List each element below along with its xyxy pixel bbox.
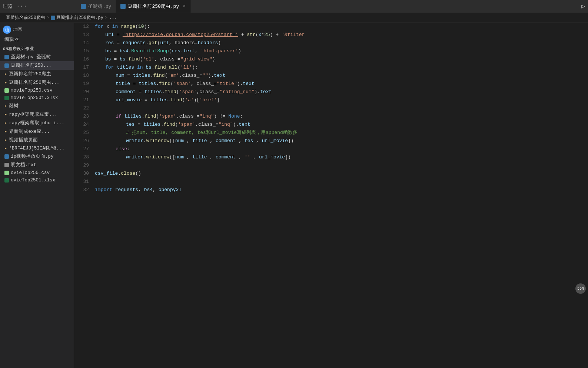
- sidebar-item-9[interactable]: ▸ 界面制成exe应...: [0, 127, 74, 136]
- code-line-25: # 把num, title, comment, tes和url_movie写成列…: [95, 129, 588, 137]
- editor-area[interactable]: 1213141516171819202122232425262728293031…: [74, 23, 588, 368]
- code-line-20: comment = titles.find('span',class_="rat…: [95, 88, 588, 96]
- sidebar-item-label-14: ovieTop250.csv: [11, 170, 50, 175]
- folder-icon-7: ▸: [4, 112, 7, 117]
- line-number-13: 13: [74, 31, 89, 39]
- code-line-18: num = titles.find('em',class_="").text: [95, 72, 588, 80]
- file-icon-15: [4, 178, 9, 183]
- line-number-20: 20: [74, 88, 89, 96]
- sidebar-item-7[interactable]: ▸ rapy框架爬取豆瓣...: [0, 110, 74, 119]
- code-line-17: for titles in bs.find_all('li'):: [95, 63, 588, 72]
- more-options-button[interactable]: ···: [16, 3, 27, 10]
- line-number-15: 15: [74, 47, 89, 55]
- code-line-14: res = requests.get(url, headers=headers): [95, 39, 588, 47]
- breadcrumb-file-icon: [51, 16, 55, 20]
- run-button[interactable]: ▷: [581, 3, 585, 10]
- code-line-19: title = titles.find('span', class_="titl…: [95, 80, 588, 88]
- breadcrumb-part3[interactable]: ...: [109, 15, 117, 20]
- sidebar-item-label-6: 诞树: [9, 103, 19, 109]
- sidebar-item-label-4: movieTop250.csv: [11, 88, 53, 93]
- sidebar-item-1[interactable]: 豆瓣排名前250...: [0, 61, 74, 70]
- line-number-25: 25: [74, 129, 89, 137]
- code-line-32: import requests, bs4, openpyxl: [95, 186, 588, 194]
- code-line-13: url = 'https://movie.douban.com/top250?s…: [95, 31, 588, 39]
- tab-icon-py-2: [120, 4, 126, 9]
- sidebar-item-label-3: 豆瓣排名前250爬虫...: [9, 79, 59, 86]
- file-icon-13: [4, 163, 9, 167]
- sidebar-item-label-0: 圣诞树.py 圣诞树: [11, 54, 51, 60]
- folder-icon-8: ▸: [4, 120, 7, 126]
- sidebar-item-label-13: 明文档.txt: [11, 162, 36, 168]
- file-icon-4: [4, 88, 9, 93]
- folder-icon-10: ▸: [4, 137, 7, 143]
- sidebar-item-0[interactable]: 圣诞树.py 圣诞树: [0, 53, 74, 61]
- line-number-12: 12: [74, 23, 89, 31]
- sidebar-item-3[interactable]: ▸ 豆瓣排名前250爬虫...: [0, 78, 74, 87]
- tab-shengdan[interactable]: 圣诞树.py: [76, 0, 116, 13]
- code-line-30: csv_file.close(): [95, 170, 588, 178]
- code-line-24: tes = titles.find('span',class_="inq").t…: [95, 121, 588, 129]
- code-line-26: writer.writerow([num , title , comment ,…: [95, 137, 588, 145]
- sidebar-item-6[interactable]: ▸ 诞树: [0, 102, 74, 110]
- line-number-31: 31: [74, 178, 89, 186]
- sidebar-user-header[interactable]: 山 坤帝: [0, 24, 74, 35]
- tab-close-button[interactable]: ×: [183, 3, 186, 9]
- line-number-17: 17: [74, 63, 89, 72]
- tab-icon-py-1: [81, 4, 86, 9]
- sidebar-item-4[interactable]: movieTop250.csv: [0, 87, 74, 94]
- breadcrumb-part2[interactable]: 豆瓣排名前250爬虫.py: [56, 14, 103, 21]
- line-number-32: 32: [74, 186, 89, 194]
- sidebar-item-label-10: 视频播放页面: [9, 137, 38, 143]
- line-number-26: 26: [74, 137, 89, 145]
- breadcrumb-sep1: >: [47, 15, 49, 20]
- sidebar-section-header[interactable]: ON程序设计作业: [0, 44, 74, 53]
- sidebar-items-container: 圣诞树.py 圣诞树 豆瓣排名前250...▸ 豆瓣排名前250爬虫▸ 豆瓣排名…: [0, 53, 74, 184]
- folder-icon-11: ▸: [4, 145, 7, 151]
- breadcrumb-part1[interactable]: 豆瓣排名前250爬虫: [6, 14, 45, 21]
- scrollbar-indicator: 59%: [575, 283, 586, 294]
- sidebar-item-label-1: 豆瓣排名前250...: [11, 62, 52, 69]
- file-icon-5: [4, 96, 9, 100]
- breadcrumb-bar: 豆瓣排名前250爬虫 > 豆瓣排名前250爬虫.py > ...: [0, 13, 588, 23]
- sidebar-item-15[interactable]: ovieTop2501.xlsx: [0, 177, 74, 184]
- sidebar-item-label-12: ip视频播放页面.py: [11, 153, 54, 160]
- code-line-16: bs = bs.find('ol', class_="grid_view"): [95, 55, 588, 63]
- code-line-23: if titles.find('span',class_="inq") != N…: [95, 112, 588, 121]
- sidebar-item-14[interactable]: ovieTop250.csv: [0, 169, 74, 177]
- code-line-22: [95, 104, 588, 112]
- line-number-14: 14: [74, 39, 89, 47]
- tab-douban[interactable]: 豆瓣排名前250爬虫.py ×: [116, 0, 190, 13]
- breadcrumb-sep2: >: [105, 15, 107, 20]
- folder-icon-3: ▸: [4, 80, 7, 85]
- code-line-31: [95, 178, 588, 186]
- folder-icon-9: ▸: [4, 129, 7, 134]
- sidebar-item-13[interactable]: 明文档.txt: [0, 161, 74, 169]
- tab-label-2: 豆瓣排名前250爬虫.py: [128, 3, 179, 10]
- code-line-27: else:: [95, 145, 588, 153]
- line-number-29: 29: [74, 161, 89, 170]
- tab-label-1: 圣诞树.py: [88, 3, 111, 10]
- code-line-21: url_movie = titles.find('a')['href']: [95, 96, 588, 104]
- file-icon-0: [4, 55, 9, 59]
- sidebar-item-5[interactable]: movieTop2501.xlsx: [0, 94, 74, 102]
- sidebar-item-label-15: ovieTop2501.xlsx: [11, 178, 55, 183]
- sidebar-item-10[interactable]: ▸ 视频播放页面: [0, 136, 74, 144]
- line-number-27: 27: [74, 145, 89, 153]
- sidebar-item-label-11: 'BRF4EJJ)5IIA$LY@...: [9, 146, 64, 151]
- code-line-28: writer.writerow([num , title , comment ,…: [95, 153, 588, 161]
- code-line-15: bs = bs4.BeautifulSoup(res.text, 'html.p…: [95, 47, 588, 55]
- tabs-area: 圣诞树.py 豆瓣排名前250爬虫.py ×: [76, 0, 578, 13]
- sidebar-item-label-7: rapy框架爬取豆瓣...: [9, 111, 57, 118]
- line-number-21: 21: [74, 96, 89, 104]
- sidebar-item-12[interactable]: ip视频播放页面.py: [0, 152, 74, 161]
- line-number-19: 19: [74, 80, 89, 88]
- code-line-12: for x in range(10):: [95, 23, 588, 31]
- line-number-23: 23: [74, 112, 89, 121]
- top-bar: 理器 ··· 圣诞树.py 豆瓣排名前250爬虫.py × ▷: [0, 0, 588, 13]
- sidebar-item-label-2: 豆瓣排名前250爬虫: [9, 71, 51, 77]
- file-icon-14: [4, 171, 9, 175]
- sidebar-item-8[interactable]: ▸ rapy框架爬取jobu i...: [0, 119, 74, 127]
- sidebar-item-11[interactable]: ▸ 'BRF4EJJ)5IIA$LY@...: [0, 144, 74, 152]
- line-number-24: 24: [74, 121, 89, 129]
- sidebar-item-2[interactable]: ▸ 豆瓣排名前250爬虫: [0, 70, 74, 78]
